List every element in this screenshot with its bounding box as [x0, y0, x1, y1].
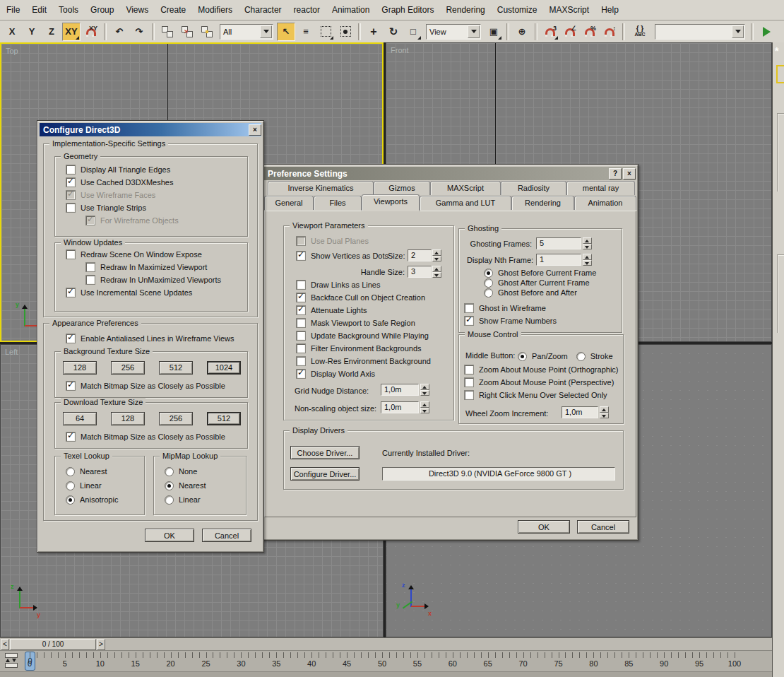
checkbox-row[interactable]: Draw Links as Lines — [296, 278, 431, 291]
grid-nudge-spinner[interactable] — [420, 384, 429, 396]
checkbox-row[interactable]: Use Cached D3DXMeshes — [66, 176, 179, 189]
configure-direct3d-titlebar[interactable]: Configure Direct3D × — [40, 123, 261, 136]
menu-item[interactable]: Graph Editors — [379, 4, 436, 16]
menu-item[interactable]: Help — [599, 4, 621, 16]
checkbox-row[interactable]: Redraw In UnMaximized Viewports — [85, 273, 221, 286]
bind-to-spacewarp-button[interactable] — [198, 23, 216, 41]
radio-row[interactable]: Nearest — [165, 478, 206, 493]
unlink-selection-button[interactable]: ✕ — [178, 23, 196, 41]
pref-ok-button[interactable]: OK — [518, 520, 570, 534]
viewport-label-front[interactable]: Front — [391, 46, 409, 54]
pref-cancel-button[interactable]: Cancel — [577, 520, 629, 534]
track-ruler[interactable]: 0 05101520253035404550556065707580859095… — [0, 650, 772, 672]
close-button[interactable]: × — [623, 168, 636, 179]
checkbox-row[interactable]: Right Click Menu Over Selected Only — [464, 389, 618, 401]
select-and-manipulate-button[interactable]: ⊕ — [513, 23, 531, 41]
radio-row[interactable]: Ghost After Current Frame — [484, 278, 596, 288]
nonscaling-field[interactable]: 1,0m — [381, 401, 419, 413]
checkbox-row[interactable]: Redraw Scene On Window Expose — [66, 248, 221, 261]
texture-size-button[interactable]: 256 — [159, 412, 193, 425]
menu-item[interactable]: Customize — [495, 4, 540, 16]
checkbox-row[interactable]: Use Wireframe Faces — [66, 189, 179, 201]
size-field[interactable]: 2 — [408, 249, 432, 261]
menu-item[interactable]: Edit — [30, 4, 49, 16]
radio-row[interactable]: Nearest — [66, 464, 118, 478]
checkbox-row[interactable]: Use Incremental Scene Updates — [66, 286, 221, 299]
percent-snap-button[interactable]: % — [581, 23, 599, 41]
use-center-button[interactable]: ▣ — [485, 23, 503, 41]
pref-tab[interactable]: Files — [314, 196, 362, 210]
checkbox-show-vertices-as-dots[interactable]: Show Vertices as Dots — [296, 249, 388, 262]
previous-frame-button[interactable]: < — [1, 639, 9, 650]
checkbox-row[interactable]: Zoom About Mouse Point (Orthographic) — [464, 363, 618, 376]
move-button[interactable]: + — [364, 23, 383, 41]
pref-tab[interactable]: Inverse Kinematics — [268, 181, 374, 195]
selection-region-button[interactable] — [316, 23, 335, 41]
window-crossing-button[interactable] — [336, 23, 355, 41]
choose-driver-button[interactable]: Choose Driver... — [290, 446, 360, 459]
checkbox-row[interactable]: Filter Environment Backgrounds — [296, 342, 431, 355]
menu-item[interactable]: reactor — [292, 4, 322, 16]
checkbox-antialiased-lines[interactable]: Enable Antialiased Lines in Wireframe Vi… — [66, 332, 234, 345]
configure-driver-button[interactable]: Configure Driver... — [290, 467, 360, 481]
help-button[interactable]: ? — [609, 168, 622, 179]
wheel-zoom-field[interactable]: 1,0m — [562, 406, 598, 418]
mini-curve-editor-icon[interactable] — [4, 653, 19, 669]
texture-size-button[interactable]: 512 — [159, 361, 193, 375]
menu-item[interactable]: File — [4, 4, 22, 16]
checkbox-match-bitmap-bg[interactable]: Match Bitmap Size as Closely as Possible — [66, 379, 225, 392]
dropdown-button[interactable] — [260, 25, 272, 38]
pref-tab[interactable]: Gizmos — [374, 181, 430, 195]
checkbox-row[interactable]: Mask Viewport to Safe Region — [296, 317, 431, 329]
menu-item[interactable]: Create — [158, 4, 188, 16]
pref-tab[interactable]: Viewports — [362, 194, 420, 211]
spinner-snap-button[interactable]: ↕ — [600, 23, 619, 41]
d3d-cancel-button[interactable]: Cancel — [202, 529, 251, 542]
menu-item[interactable]: MAXScript — [547, 4, 591, 16]
menu-item[interactable]: Animation — [330, 4, 372, 16]
snap-xy-button[interactable]: XY — [82, 23, 100, 41]
checkbox-row[interactable]: Display World Axis — [296, 367, 431, 380]
pref-tab[interactable]: Gamma and LUT — [420, 196, 511, 210]
texture-size-button[interactable]: 512 — [207, 412, 241, 425]
next-frame-button[interactable]: > — [97, 639, 105, 650]
named-selection-dropdown[interactable] — [655, 24, 745, 40]
checkbox-row[interactable]: Ghost in Wireframe — [464, 302, 557, 314]
checkbox-row[interactable]: Low-Res Environment Background — [296, 355, 431, 367]
handle-size-field[interactable]: 3 — [408, 266, 432, 278]
scale-button[interactable]: □ — [404, 23, 422, 41]
pref-tab[interactable]: MAXScript — [430, 181, 501, 195]
select-by-name-button[interactable]: ≡ — [297, 23, 315, 41]
checkbox-row[interactable]: Update Background While Playing — [296, 329, 431, 342]
pref-tab[interactable]: General — [264, 196, 314, 210]
snap-toggle-button[interactable]: 3 — [541, 23, 559, 41]
radio-row[interactable]: Stroke — [576, 349, 613, 363]
checkbox-use-dual-planes[interactable]: Use Dual Planes — [296, 235, 369, 247]
checkbox-row[interactable]: Show Frame Numbers — [464, 314, 557, 327]
pref-tab[interactable]: Rendering — [511, 196, 574, 210]
radio-row[interactable]: Linear — [66, 478, 118, 493]
checkbox-row[interactable]: Backface Cull on Object Creation — [296, 291, 431, 304]
select-and-link-button[interactable] — [158, 23, 177, 41]
pref-tab[interactable]: mental ray — [566, 181, 635, 195]
redo-button[interactable]: ↷ — [130, 23, 148, 41]
radio-row[interactable]: Anisotropic — [66, 493, 118, 507]
partial-button[interactable] — [776, 65, 784, 83]
texture-size-button[interactable]: 128 — [111, 412, 145, 425]
checkbox-row[interactable]: For Wireframe Objects — [85, 214, 179, 227]
wheel-zoom-spinner[interactable] — [600, 406, 609, 418]
pref-tab[interactable]: Radiosity — [501, 181, 566, 195]
close-button[interactable]: × — [249, 124, 261, 136]
angle-snap-button[interactable]: ∠ — [561, 23, 579, 41]
checkbox-row[interactable]: Attenuate Lights — [296, 304, 431, 317]
preference-settings-titlebar[interactable]: Preference Settings ? × — [264, 167, 636, 180]
d3d-ok-button[interactable]: OK — [145, 529, 194, 542]
menu-item[interactable]: Tools — [57, 4, 81, 16]
radio-row[interactable]: None — [165, 464, 206, 478]
checkbox-row[interactable]: Redraw In Maximized Viewport — [85, 261, 221, 273]
axis-y-button[interactable]: Y — [23, 23, 41, 41]
ghosting-frames-spinner[interactable] — [583, 237, 592, 249]
size-spinner[interactable] — [432, 249, 441, 261]
dropdown-button[interactable] — [468, 25, 480, 38]
display-nth-frame-field[interactable]: 1 — [536, 254, 581, 266]
